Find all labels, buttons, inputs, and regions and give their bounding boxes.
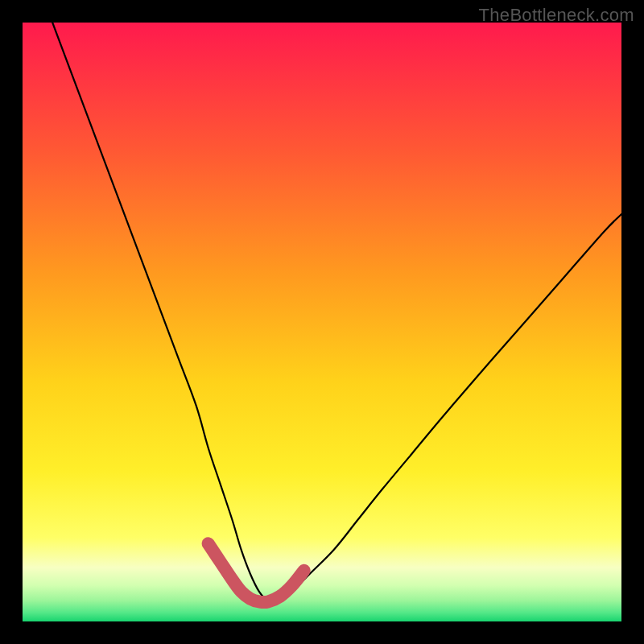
bottleneck-chart: [23, 23, 621, 621]
chart-container: TheBottleneck.com: [0, 0, 644, 644]
watermark-text: TheBottleneck.com: [479, 5, 634, 26]
plot-area: [23, 23, 621, 621]
gradient-background: [23, 23, 621, 621]
